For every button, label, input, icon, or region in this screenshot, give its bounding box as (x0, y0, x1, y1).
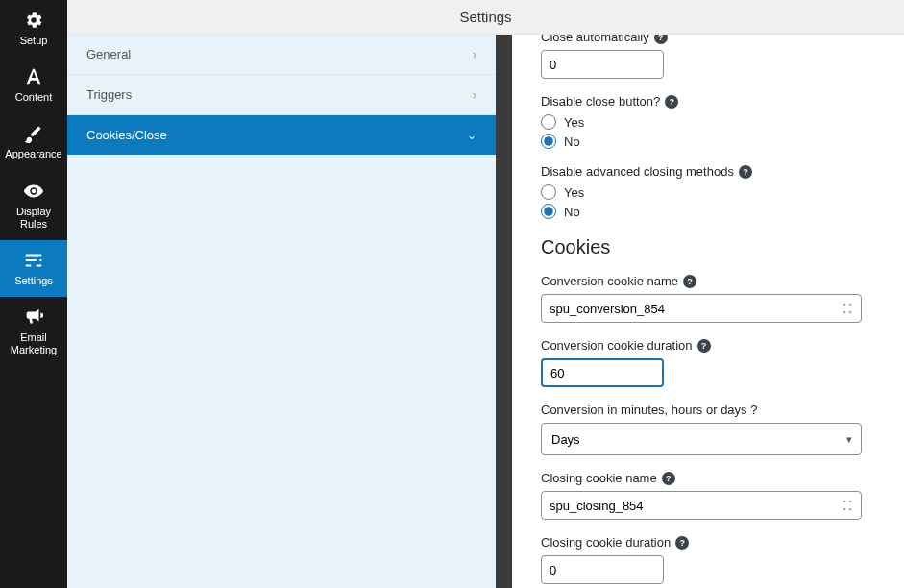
tab-setup[interactable]: Setup (0, 0, 67, 57)
subnav-cookies-close[interactable]: Cookies/Close ⌄ (67, 115, 496, 155)
chevron-right-icon: › (473, 48, 476, 61)
disable-adv-no[interactable]: No (541, 204, 875, 219)
help-icon[interactable]: ? (654, 35, 668, 44)
help-icon[interactable]: ? (697, 339, 711, 353)
help-icon[interactable]: ? (662, 472, 675, 485)
settings-subnav: General › Triggers › Cookies/Close ⌄ (67, 35, 496, 588)
disable-close-no[interactable]: No (541, 134, 875, 149)
chevron-down-icon: ⌄ (467, 129, 476, 142)
tab-content[interactable]: Content (0, 57, 67, 113)
radio-no[interactable] (541, 204, 556, 219)
help-icon[interactable]: ? (739, 165, 752, 179)
conv-cookie-name-label: Conversion cookie name (541, 274, 678, 288)
tab-label: Setup (20, 35, 48, 47)
disable-close-label: Disable close button? (541, 94, 660, 109)
help-icon[interactable]: ? (675, 536, 689, 550)
tab-settings[interactable]: Settings (0, 240, 67, 297)
radio-yes[interactable] (541, 184, 556, 200)
subnav-label: Cookies/Close (86, 128, 167, 142)
close-auto-label: Close automatically (541, 35, 649, 44)
page-header: Settings (67, 0, 904, 35)
brush-icon (23, 123, 44, 144)
help-icon[interactable]: ? (665, 95, 678, 109)
regenerate-icon[interactable] (841, 499, 854, 512)
tab-label: Display Rules (2, 206, 65, 231)
page-title: Settings (459, 9, 511, 25)
tab-display-rules[interactable]: Display Rules (0, 171, 67, 240)
close-cookie-dur-label: Closing cookie duration (541, 535, 671, 550)
radio-no[interactable] (541, 134, 556, 149)
conv-unit-label: Conversion in minutes, hours or days ? (541, 403, 757, 417)
close-cookie-dur-input[interactable] (541, 555, 664, 584)
subnav-general[interactable]: General › (67, 35, 496, 75)
megaphone-icon (23, 306, 44, 328)
regenerate-icon[interactable] (841, 302, 854, 315)
radio-label: Yes (564, 185, 584, 200)
vertical-divider (496, 35, 512, 588)
subnav-label: General (86, 47, 131, 61)
tab-email-marketing[interactable]: Email Marketing (0, 297, 67, 366)
disable-close-yes[interactable]: Yes (541, 114, 875, 130)
radio-label: No (564, 135, 580, 149)
disable-adv-label: Disable advanced closing methods (541, 164, 734, 179)
sliders-icon (23, 250, 44, 271)
settings-form: Close automatically ? Disable close butt… (512, 35, 904, 588)
close-cookie-name-label: Closing cookie name (541, 471, 657, 485)
tab-label: Email Marketing (2, 331, 65, 356)
tab-label: Content (15, 91, 53, 104)
tab-label: Settings (14, 275, 53, 287)
close-auto-input[interactable] (541, 50, 664, 79)
subnav-triggers[interactable]: Triggers › (67, 75, 496, 115)
icon-sidebar: Setup Content Appearance Display Rules S… (0, 0, 67, 588)
eye-icon (23, 181, 44, 202)
tab-label: Appearance (5, 148, 61, 160)
close-cookie-name-input[interactable] (541, 491, 862, 520)
conv-cookie-name-input[interactable] (541, 294, 862, 323)
radio-yes[interactable] (541, 114, 556, 130)
help-icon[interactable]: ? (683, 275, 696, 288)
conv-unit-select[interactable]: Days (541, 423, 862, 455)
conv-cookie-dur-label: Conversion cookie duration (541, 338, 693, 353)
radio-label: Yes (564, 115, 584, 130)
radio-label: No (564, 205, 580, 219)
chevron-right-icon: › (473, 88, 476, 102)
disable-adv-yes[interactable]: Yes (541, 184, 875, 200)
subnav-label: Triggers (86, 87, 132, 102)
conv-cookie-dur-input[interactable] (541, 358, 664, 387)
tab-appearance[interactable]: Appearance (0, 113, 67, 170)
text-a-icon (23, 66, 44, 87)
cookies-heading: Cookies (541, 236, 875, 258)
gear-icon (23, 10, 44, 31)
